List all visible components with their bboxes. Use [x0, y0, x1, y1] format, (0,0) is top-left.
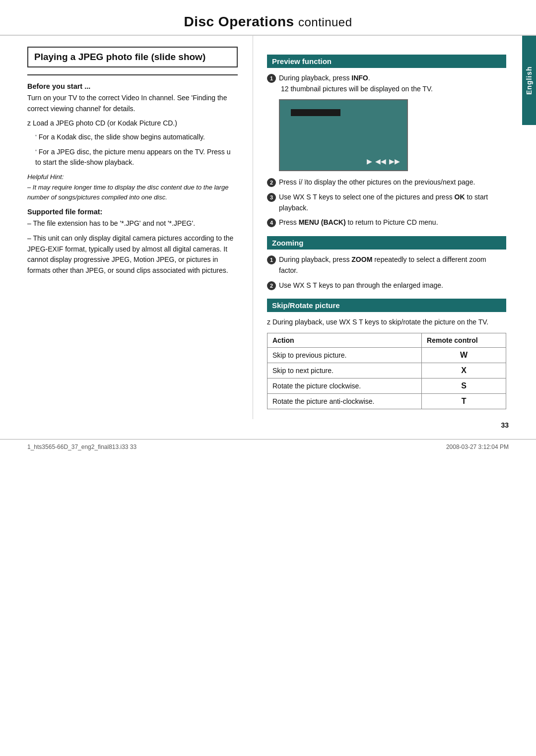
- table-remote-cell: S: [422, 378, 506, 393]
- zoom-step1-text: During playback, press ZOOM repeatedly t…: [279, 254, 506, 276]
- table-row: Rotate the picture anti-clockwise.T: [268, 393, 506, 409]
- zoom-step-1: 1 During playback, press ZOOM repeatedly…: [267, 254, 506, 276]
- side-tab-text: English: [525, 66, 533, 95]
- zoom-step1-bold: ZOOM: [351, 255, 372, 263]
- tv-preview-bar: [291, 109, 340, 116]
- table-row: Skip to next picture.X: [268, 363, 506, 378]
- table-row: Skip to previous picture.W: [268, 347, 506, 363]
- footer-right: 2008-03-27 3:12:04 PM: [446, 443, 509, 450]
- step-z1a: ’ For a Kodak disc, the slide show begin…: [27, 132, 238, 143]
- table-col2-header: Remote control: [422, 333, 506, 347]
- left-section-title: Playing a JPEG photo file (slide show): [34, 52, 231, 63]
- table-row: Rotate the picture clockwise.S: [268, 378, 506, 393]
- supported-file-label: Supported file format:: [27, 208, 238, 216]
- step-z1-text: Load a JPEG photo CD (or Kodak Picture C…: [33, 119, 177, 127]
- step3-circle: 3: [267, 193, 276, 202]
- title-divider: [27, 74, 238, 75]
- table-action-cell: Rotate the picture anti-clockwise.: [268, 393, 422, 409]
- step1-circle: 1: [267, 74, 276, 83]
- tv-preview-image: ▶ ◀◀ ▶▶: [279, 99, 408, 171]
- step-z1b: ’ For a JPEG disc, the picture menu appe…: [27, 147, 238, 168]
- preview-step4-bold: MENU (BACK): [299, 218, 346, 226]
- tv-controls: ▶ ◀◀ ▶▶: [367, 157, 400, 165]
- preview-step2-text: Press í/ ïto display the other pictures …: [279, 177, 475, 188]
- page-wrapper: Disc Operations continued Playing a JPEG…: [0, 0, 536, 756]
- right-column: English Preview function 1 During playba…: [253, 36, 536, 419]
- zooming-label: Zooming: [272, 239, 303, 247]
- action-table-body: Skip to previous picture.WSkip to next p…: [268, 347, 506, 409]
- step2-circle: 2: [267, 178, 276, 187]
- step-z1: Load a JPEG photo CD (or Kodak Picture C…: [27, 118, 238, 129]
- page-header: Disc Operations continued: [0, 0, 536, 36]
- table-action-cell: Skip to next picture.: [268, 363, 422, 378]
- preview-step-2: 2 Press í/ ïto display the other picture…: [267, 177, 506, 188]
- step4-circle: 4: [267, 218, 276, 227]
- preview-step4-rest: to return to Picture CD menu.: [346, 218, 438, 226]
- left-section-title-box: Playing a JPEG photo file (slide show): [27, 47, 238, 67]
- table-header-row: Action Remote control: [268, 333, 506, 347]
- next-icon: ▶▶: [389, 157, 400, 165]
- preview-function-header: Preview function: [267, 55, 506, 68]
- preview-step1-bold: INFO: [351, 74, 368, 82]
- preview-step-4: 4 Press MENU (BACK) to return to Picture…: [267, 217, 506, 228]
- preview-step-1: 1 During playback, press INFO. 12 thumbn…: [267, 73, 506, 94]
- preview-step1-sub: 12 thumbnail pictures will be displayed …: [279, 85, 433, 93]
- supported-file-1: – The file extension has to be '*.JPG' a…: [27, 218, 238, 229]
- helpful-hint-label: Helpful Hint:: [27, 173, 238, 181]
- preview-step1-rest: .: [368, 74, 370, 82]
- content-area: Playing a JPEG photo file (slide show) B…: [0, 36, 536, 419]
- english-side-tab: English: [522, 36, 536, 125]
- skip-rotate-header: Skip/Rotate picture: [267, 299, 506, 312]
- preview-step1-pre: During playback, press: [279, 74, 351, 82]
- skip-rotate-text: During playback, use WX S T keys to skip…: [267, 317, 506, 328]
- table-action-cell: Rotate the picture clockwise.: [268, 378, 422, 393]
- helpful-hint-text: – It may require longer time to display …: [27, 183, 238, 202]
- preview-step4-pre: Press: [279, 218, 299, 226]
- step-z1b-text: For a JPEG disc, the picture menu appear…: [35, 148, 231, 167]
- zoom-step1-pre: During playback, press: [279, 255, 351, 263]
- preview-step-3: 3 Use WX S T keys to select one of the p…: [267, 192, 506, 213]
- zoom-step2-text: Use WX S T keys to pan through the enlar…: [279, 280, 443, 291]
- preview-step3-pre: Use WX S T keys to select one of the pic…: [279, 193, 455, 201]
- prev-icon: ◀◀: [375, 157, 386, 165]
- zoom-step2-circle: 2: [267, 281, 276, 290]
- table-remote-cell: W: [422, 347, 506, 363]
- preview-step3-bold: OK: [455, 193, 465, 201]
- preview-step1-text: During playback, press INFO. 12 thumbnai…: [279, 73, 433, 94]
- zoom-step1-circle: 1: [267, 255, 276, 264]
- table-remote-cell: T: [422, 393, 506, 409]
- before-you-start-text: Turn on your TV to the correct Video In …: [27, 93, 238, 114]
- skip-rotate-body: During playback, use WX S T keys to skip…: [272, 318, 488, 326]
- zoom-step-2: 2 Use WX S T keys to pan through the enl…: [267, 280, 506, 291]
- action-table: Action Remote control Skip to previous p…: [267, 333, 506, 409]
- title-text: Disc Operations: [184, 14, 294, 29]
- play-icon: ▶: [367, 157, 372, 165]
- table-remote-cell: X: [422, 363, 506, 378]
- page-number-text: 33: [501, 421, 509, 429]
- preview-step4-text: Press MENU (BACK) to return to Picture C…: [279, 217, 438, 228]
- page-number: 33: [0, 419, 536, 429]
- title-continued: continued: [298, 15, 352, 29]
- step-z1a-text: For a Kodak disc, the slide show begins …: [39, 133, 205, 141]
- left-column: Playing a JPEG photo file (slide show) B…: [0, 36, 253, 419]
- supported-file-2: – This unit can only display digital cam…: [27, 233, 238, 276]
- skip-rotate-label: Skip/Rotate picture: [272, 301, 340, 310]
- page-footer: 1_hts3565-66D_37_eng2_final813.i33 33 20…: [0, 439, 536, 454]
- zooming-header: Zooming: [267, 236, 506, 250]
- table-action-cell: Skip to previous picture.: [268, 347, 422, 363]
- preview-function-label: Preview function: [272, 57, 332, 65]
- table-col1-header: Action: [268, 333, 422, 347]
- page-title: Disc Operations continued: [30, 14, 506, 30]
- preview-step3-text: Use WX S T keys to select one of the pic…: [279, 192, 506, 213]
- before-you-start-label: Before you start ...: [27, 82, 238, 90]
- footer-left: 1_hts3565-66D_37_eng2_final813.i33 33: [27, 443, 136, 450]
